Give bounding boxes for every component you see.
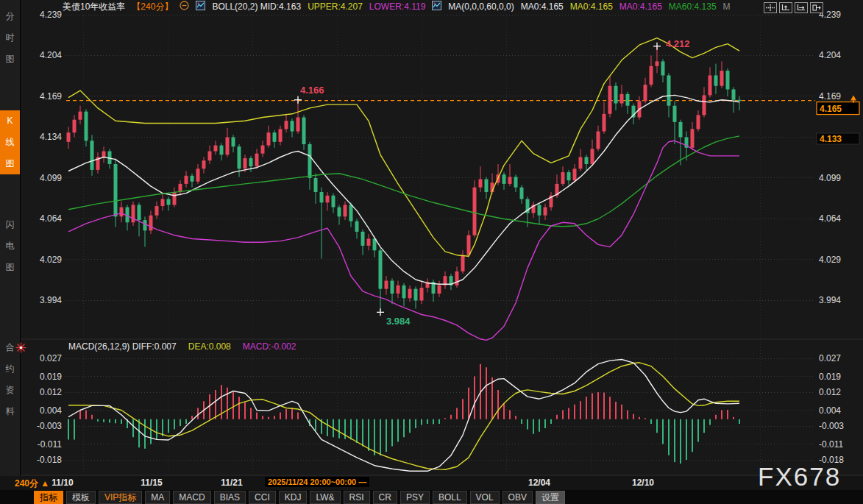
- macd-header-label: DEA:0.008: [188, 341, 231, 352]
- svg-text:-0.011: -0.011: [38, 439, 62, 450]
- toolbar-button-LW&[interactable]: LW&: [310, 491, 340, 504]
- toolbar-button-PSY[interactable]: PSY: [400, 491, 430, 504]
- time-axis-row: 240分 ▲ 2025/11/24 20:00~00:00 — 11/1011/…: [0, 476, 863, 490]
- svg-text:4.204: 4.204: [40, 50, 62, 60]
- toolbar-button-KDJ[interactable]: KDJ: [279, 491, 308, 504]
- svg-text:4.099: 4.099: [40, 173, 62, 183]
- axis-scale-right-icon[interactable]: [795, 2, 808, 13]
- svg-text:4.239: 4.239: [40, 10, 62, 20]
- axis-scale-up-icon[interactable]: [779, 2, 792, 13]
- toolbar-button-设置[interactable]: 设置: [536, 491, 565, 504]
- sidebar-tab-闪电图[interactable]: 闪 电 图: [0, 214, 20, 278]
- toolbar-button-BOLL[interactable]: BOLL: [433, 491, 467, 504]
- header-label: BOLL(20,2) MID:4.163: [212, 1, 301, 12]
- svg-text:0.019: 0.019: [819, 372, 841, 382]
- toolbar-button-CR[interactable]: CR: [373, 491, 397, 504]
- svg-text:4.064: 4.064: [819, 213, 841, 224]
- svg-text:0.004: 0.004: [819, 405, 841, 416]
- watermark: FX678: [758, 462, 841, 491]
- header-label: 【240分】: [132, 1, 173, 13]
- toolbar-button-指标[interactable]: 指标: [34, 491, 63, 504]
- crosshair-icon[interactable]: [764, 2, 777, 13]
- header-label: LOWER:4.119: [369, 1, 425, 12]
- svg-text:4.166: 4.166: [300, 85, 324, 96]
- header-label: MA0:4.165: [521, 1, 564, 12]
- macd-header: MACD(26,12,9) DIFF:0.007DEA:0.008MACD:-0…: [68, 341, 296, 352]
- svg-text:4.029: 4.029: [819, 255, 841, 265]
- sidebar: 分 时 图K 线 图闪 电 图合 约 资 料: [0, 0, 21, 476]
- svg-text:-0.003: -0.003: [37, 421, 62, 431]
- svg-text:3.984: 3.984: [386, 316, 411, 327]
- header-label: MA0:4.165: [619, 1, 662, 12]
- svg-text:4.169: 4.169: [40, 91, 62, 102]
- toolbar-button-OBV[interactable]: OBV: [502, 491, 533, 504]
- toolbar-button-模板[interactable]: 模板: [66, 491, 96, 504]
- toolbar-button-RSI[interactable]: RSI: [344, 491, 370, 504]
- macd-header-label: MACD(26,12,9) DIFF:0.007: [68, 341, 177, 352]
- indicator-header: 美债10年收益率【240分】BOLL(20,2) MID:4.163UPPER:…: [63, 1, 731, 13]
- x-axis-date-label: 12/04: [528, 478, 550, 488]
- pan-right-icon[interactable]: [810, 2, 823, 13]
- header-label: 美债10年收益率: [63, 1, 125, 13]
- header-label: MA(0,0,0,60,0,0): [448, 1, 514, 12]
- toolbar-button-VIP指标[interactable]: VIP指标: [99, 491, 142, 504]
- svg-text:0.019: 0.019: [40, 372, 62, 382]
- indicator-chart-icon[interactable]: [432, 1, 441, 13]
- indicator-chart-icon[interactable]: [196, 1, 205, 13]
- svg-text:0.012: 0.012: [40, 387, 62, 397]
- toolbar-button-MA[interactable]: MA: [145, 491, 170, 504]
- svg-text:4.204: 4.204: [819, 50, 841, 60]
- svg-text:-0.011: -0.011: [819, 439, 843, 450]
- toolbar-button-BIAS[interactable]: BIAS: [214, 491, 246, 504]
- svg-text:-0.018: -0.018: [37, 455, 62, 465]
- sidebar-tab-分时图[interactable]: 分 时 图: [0, 6, 20, 70]
- header-label: MA60:4.135: [669, 1, 717, 12]
- svg-text:3.994: 3.994: [40, 295, 62, 305]
- x-axis-date-label: 12/10: [632, 478, 654, 488]
- x-axis-date-label: 11/10: [52, 478, 73, 488]
- toolbar-button-CCI[interactable]: CCI: [249, 491, 276, 504]
- svg-text:4.212: 4.212: [666, 38, 690, 49]
- svg-text:0.027: 0.027: [819, 353, 841, 363]
- svg-text:-0.003: -0.003: [819, 421, 844, 431]
- svg-text:4.165: 4.165: [820, 104, 842, 114]
- toolbar-button-VOL[interactable]: VOL: [470, 491, 500, 504]
- toolbar-button-MACD[interactable]: MACD: [173, 491, 210, 504]
- svg-text:4.134: 4.134: [40, 132, 62, 142]
- collapse-indicator-icon[interactable]: [180, 1, 189, 13]
- svg-text:4.169: 4.169: [819, 91, 841, 102]
- x-axis-date-label: 11/15: [141, 478, 162, 488]
- sidebar-tab-K线图[interactable]: K 线 图: [0, 110, 20, 174]
- x-axis-date-label: 11/21: [221, 478, 242, 488]
- svg-text:3.994: 3.994: [819, 295, 841, 305]
- svg-text:0.012: 0.012: [819, 387, 841, 397]
- svg-text:4.064: 4.064: [40, 213, 62, 224]
- window-controls: [764, 2, 823, 13]
- macd-header-label: MACD:-0.002: [243, 341, 296, 352]
- selected-bar-time: 2025/11/24 20:00~00:00 —: [265, 477, 369, 487]
- svg-text:0.027: 0.027: [40, 353, 62, 363]
- header-label: UPPER:4.207: [308, 1, 363, 12]
- chart-canvas[interactable]: 4.2394.2394.2044.2044.1694.1694.1344.134…: [0, 0, 863, 504]
- svg-text:4.099: 4.099: [819, 173, 841, 183]
- header-label: MA0:4.165: [570, 1, 613, 12]
- svg-text:4.133: 4.133: [820, 134, 842, 144]
- header-label: M: [723, 1, 731, 12]
- app-window: 4.2394.2394.2044.2044.1694.1694.1344.134…: [0, 0, 863, 504]
- indicator-toolbar: 指标模板VIP指标MAMACDBIASCCIKDJLW&RSICRPSYBOLL…: [0, 490, 863, 504]
- svg-text:0.004: 0.004: [40, 405, 62, 416]
- svg-text:4.029: 4.029: [40, 255, 62, 265]
- period-selector[interactable]: 240分 ▲: [15, 478, 49, 490]
- indicator-marker-icon[interactable]: [15, 342, 26, 356]
